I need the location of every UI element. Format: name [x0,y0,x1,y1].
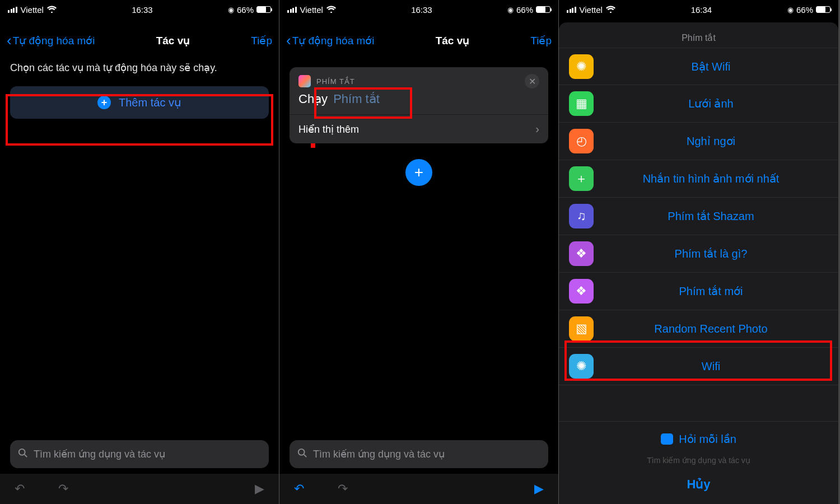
shortcuts-app-icon [298,75,311,87]
toolbar: ↶ ↷ ▶ [0,474,279,504]
run-button[interactable]: ▶ [255,482,264,496]
ask-each-time-button[interactable]: Hỏi mỗi lần [559,421,838,456]
shortcut-icon: ✺ [569,354,594,379]
shortcut-row[interactable]: ＋Nhắn tin hình ảnh mới nhất [559,160,838,198]
shortcut-label: Phím tắt là gì? [594,247,828,260]
battery-percent: 66% [516,5,533,15]
back-label: Tự động hóa mới [13,34,95,47]
ask-icon [661,433,673,445]
signal-icon [8,7,17,13]
subtitle: Chọn các tác vụ mà tự động hóa này sẽ ch… [0,62,279,86]
shortcut-row[interactable]: ▧Random Recent Photo [559,310,838,348]
shortcut-label: Bật Wifi [594,60,828,73]
svg-line-3 [304,454,307,457]
shortcut-list: ✺Bật Wifi▦Lưới ảnh◴Nghỉ ngơi＋Nhắn tin hì… [559,48,838,418]
wifi-icon [47,5,57,15]
shortcut-label: Random Recent Photo [594,323,828,335]
wifi-icon [326,5,336,15]
cancel-button[interactable]: Hủy [559,467,838,504]
run-verb: Chạy [298,92,328,106]
shortcut-icon: ♫ [569,204,594,228]
dimmed-hint: Tìm kiếm ứng dụng và tác vụ [559,456,838,467]
chevron-right-icon: › [535,123,539,136]
screen-3: Viettel 16:34 ◉ 66% Phím tắt ✺Bật Wifi▦L… [559,0,838,504]
carrier-label: Viettel [21,5,44,15]
shortcut-picker-sheet: Phím tắt ✺Bật Wifi▦Lưới ảnh◴Nghỉ ngơi＋Nh… [559,22,838,504]
next-button[interactable]: Tiếp [530,34,552,47]
toolbar: ↶ ↷ ▶ [279,474,558,504]
shortcut-row[interactable]: ♫Phím tắt Shazam [559,198,838,235]
svg-point-0 [19,449,25,455]
clock: 16:33 [132,5,153,15]
location-icon: ◉ [507,6,514,14]
clock: 16:34 [691,5,712,15]
redo-button[interactable]: ↷ [58,482,68,496]
battery-percent: 66% [796,5,813,15]
signal-icon [567,7,576,13]
shortcut-label: Phím tắt mới [594,284,828,298]
chevron-left-icon: ‹ [286,33,291,48]
battery-icon [256,6,271,13]
shortcut-label: Nghỉ ngơi [594,134,828,148]
status-bar: Viettel 16:33 ◉ 66% [279,0,558,19]
run-button[interactable]: ▶ [534,482,544,496]
shortcut-icon: ▦ [569,91,594,116]
shortcut-icon: ▧ [569,316,594,341]
remove-action-button[interactable]: ✕ [525,74,539,88]
clock: 16:33 [411,5,432,15]
svg-line-1 [25,454,27,457]
redo-button[interactable]: ↷ [338,482,348,496]
shortcut-icon: ◴ [569,129,594,153]
back-button[interactable]: ‹ Tự động hóa mới [7,33,95,48]
sheet-title: Phím tắt [559,22,838,48]
svg-point-2 [298,449,305,455]
shortcut-picker[interactable]: Phím tắt [333,92,380,106]
show-more-label: Hiển thị thêm [298,123,359,136]
add-action-button[interactable]: + Thêm tác vụ [10,86,269,119]
wifi-icon [606,5,615,15]
card-header: PHÍM TẮT [316,77,355,86]
shortcut-row[interactable]: ▦Lưới ảnh [559,85,838,123]
battery-icon [816,6,830,13]
shortcut-icon: ✺ [569,54,594,79]
shortcut-row[interactable]: ✺Wifi [559,348,838,385]
search-placeholder: Tìm kiếm ứng dụng và tác vụ [313,448,445,460]
shortcut-row[interactable]: ❖Phím tắt là gì? [559,235,838,273]
shortcut-icon: ＋ [569,166,594,191]
location-icon: ◉ [228,6,234,14]
add-action-label: Thêm tác vụ [119,96,181,109]
next-button[interactable]: Tiếp [251,34,272,47]
page-title: Tác vụ [156,34,190,47]
back-button[interactable]: ‹ Tự động hóa mới [286,33,375,48]
run-shortcut-card: PHÍM TẮT ✕ Chạy Phím tắt Hiển thị thêm › [290,67,548,143]
search-field[interactable]: Tìm kiếm ứng dụng và tác vụ [290,440,548,468]
search-field[interactable]: Tìm kiếm ứng dụng và tác vụ [10,440,269,468]
back-label: Tự động hóa mới [292,34,375,47]
status-bar: Viettel 16:34 ◉ 66% [559,0,838,19]
undo-button[interactable]: ↶ [294,482,304,496]
shortcut-row[interactable]: ✺Bật Wifi [559,48,838,85]
shortcut-icon: ❖ [569,279,594,304]
carrier-label: Viettel [580,5,603,15]
battery-icon [536,6,550,13]
shortcut-row[interactable]: ◴Nghỉ ngơi [559,123,838,160]
shortcut-label: Nhắn tin hình ảnh mới nhất [594,172,828,185]
ask-each-time-label: Hỏi mỗi lần [679,432,736,446]
search-icon [18,448,28,461]
location-icon: ◉ [787,6,794,14]
nav-bar: ‹ Tự động hóa mới Tác vụ Tiếp [279,19,558,62]
nav-bar: ‹ Tự động hóa mới Tác vụ Tiếp [0,19,279,62]
carrier-label: Viettel [300,5,323,15]
shortcut-icon: ❖ [569,241,594,266]
chevron-left-icon: ‹ [7,33,12,48]
show-more-row[interactable]: Hiển thị thêm › [290,114,548,143]
screen-1: Viettel 16:33 ◉ 66% ‹ Tự động hóa mới Tá… [0,0,279,504]
search-icon [297,448,307,461]
shortcut-row[interactable]: ❖Phím tắt mới [559,273,838,310]
undo-button[interactable]: ↶ [15,482,25,496]
shortcut-label: Lưới ảnh [594,97,828,110]
status-bar: Viettel 16:33 ◉ 66% [0,0,279,19]
add-action-fab[interactable]: + [405,159,432,186]
shortcut-label: Wifi [594,360,828,373]
page-title: Tác vụ [436,34,470,47]
